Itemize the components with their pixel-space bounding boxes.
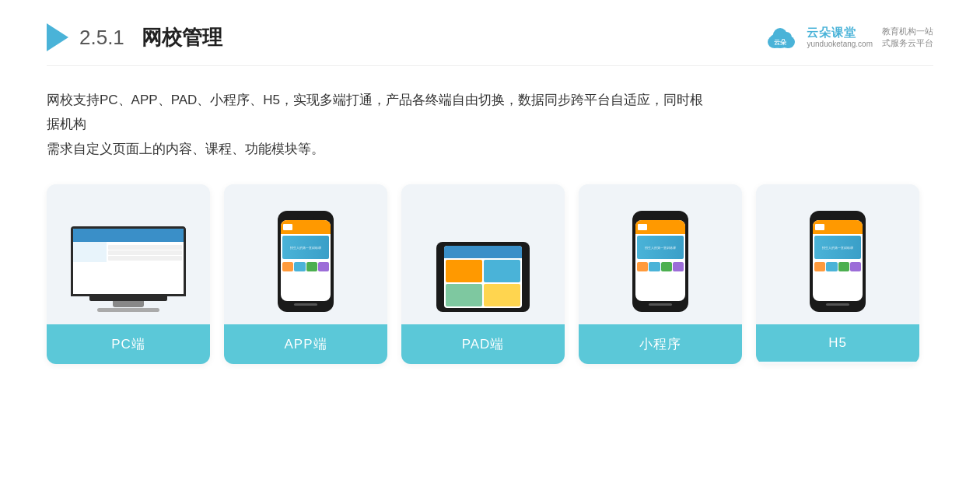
h5-logo [815,224,824,230]
pc-main [107,242,184,262]
app-device-mock: 招生人的第一堂训练课 [278,211,334,312]
brand-logo: 云朵 云朵课堂 yunduoketang.com 教育机构一站 式服务云平台 [765,23,933,51]
miniprogram-icon-1 [637,262,648,271]
pc-rows [108,245,182,261]
h5-banner-text: 招生人的第一堂训练课 [822,246,853,250]
logo-triangle-icon [47,23,68,51]
pad-screen [444,246,522,308]
phone-topbar [281,220,331,234]
h5-icons-row [813,261,863,273]
miniprogram-icon-3 [661,262,672,271]
h5-banner: 招生人的第一堂训练课 [814,236,861,259]
miniprogram-banner-text: 招生人的第一堂训练课 [645,246,676,250]
h5-phone-notch [829,215,846,219]
phone-icon-3 [306,262,317,271]
miniprogram-banner: 招生人的第一堂训练课 [637,236,684,259]
h5-topbar [813,220,863,234]
phone-body: 招生人的第一堂训练课 [278,211,334,312]
phone-logo [283,224,292,230]
pad-cell-1 [446,260,482,282]
pad-screen-inner [444,246,522,308]
h5-icon-1 [814,262,825,271]
brand-url: yunduoketang.com [807,40,873,49]
h5-phone-screen: 招生人的第一堂训练课 [813,220,863,301]
miniprogram-icon-2 [649,262,660,271]
pad-device-mock [436,242,530,312]
page-header: 2.5.1 网校管理 云朵 云朵课堂 yunduoketang.com 教育机构… [47,23,933,66]
pad-body [436,242,530,312]
miniprogram-phone-body: 招生人的第一堂训练课 [632,211,688,312]
pc-device-mock [71,226,186,312]
pad-content-grid [444,258,522,308]
device-cards-section: PC端 招生人的第一堂训练课 [47,184,933,364]
miniprogram-phone-screen: 招生人的第一堂训练课 [635,220,685,301]
miniprogram-device-mock: 招生人的第一堂训练课 [632,211,688,312]
phone-screen: 招生人的第一堂训练课 [281,220,331,301]
brand-slogan: 教育机构一站 式服务云平台 [882,26,933,50]
h5-image-area: 招生人的第一堂训练课 [756,184,919,324]
brand-name: 云朵课堂 [807,26,856,40]
pad-image-area [401,184,565,324]
pc-screen [71,226,186,296]
desc-line1: 网校支持PC、APP、PAD、小程序、H5，实现多端打通，产品各终端自由切换，数… [47,88,716,137]
pc-row [108,256,182,261]
miniprogram-image-area: 招生人的第一堂训练课 [579,184,742,324]
pad-cell-3 [446,284,482,306]
pc-sidebar [73,242,107,262]
pad-cell-4 [484,284,520,306]
page-title: 2.5.1 网校管理 [79,24,222,51]
phone-icon-1 [282,262,293,271]
h5-phone-body: 招生人的第一堂训练课 [810,211,866,312]
miniprogram-label: 小程序 [579,324,742,364]
desc-line2: 需求自定义页面上的内容、课程、功能模块等。 [47,137,716,161]
svg-text:云朵: 云朵 [774,39,787,46]
pc-topbar [73,229,184,242]
app-image-area: 招生人的第一堂训练课 [224,184,387,324]
app-card: 招生人的第一堂训练课 [224,184,387,364]
h5-card: 招生人的第一堂训练课 [756,184,919,364]
phone-banner: 招生人的第一堂训练课 [282,236,329,259]
phone-icons-row [281,261,331,273]
section-title: 网校管理 [142,26,222,49]
pc-content [73,242,184,262]
pc-label: PC端 [47,324,210,364]
header-left: 2.5.1 网校管理 [47,23,222,51]
phone-banner-text: 招生人的第一堂训练课 [290,246,321,250]
h5-icon-3 [838,262,849,271]
h5-icon-2 [826,262,837,271]
phone-icon-4 [318,262,329,271]
description-block: 网校支持PC、APP、PAD、小程序、H5，实现多端打通，产品各终端自由切换，数… [47,88,716,161]
miniprogram-home-bar [649,303,672,306]
pc-card: PC端 [47,184,210,364]
pc-foot [97,308,159,312]
miniprogram-phone-notch [652,215,669,219]
section-number: 2.5.1 [79,26,124,49]
phone-home-bar [294,303,317,306]
phone-notch [297,215,314,219]
app-label: APP端 [224,324,387,364]
h5-icon-4 [850,262,861,271]
h5-screen-content: 招生人的第一堂训练课 [813,220,863,301]
miniprogram-logo [638,224,647,230]
pad-card: PAD端 [401,184,565,364]
phone-icon-2 [294,262,305,271]
pc-row [108,245,182,250]
miniprogram-icon-4 [673,262,684,271]
pad-cell-2 [484,260,520,282]
cloud-icon: 云朵 [765,23,802,51]
miniprogram-topbar [635,220,685,234]
brand-text: 云朵课堂 yunduoketang.com [807,26,873,49]
miniprogram-icons-row [635,261,685,273]
pad-topbar [444,246,522,258]
pc-stand [113,301,144,307]
miniprogram-card: 招生人的第一堂训练课 [579,184,742,364]
miniprogram-screen-content: 招生人的第一堂训练课 [635,220,685,301]
h5-label: H5 [756,324,919,362]
h5-device-mock: 招生人的第一堂训练课 [810,211,866,312]
h5-home-bar [826,303,849,306]
pad-label: PAD端 [401,324,565,364]
phone-screen-content: 招生人的第一堂训练课 [281,220,331,301]
pc-image-area [47,184,210,324]
page-container: 2.5.1 网校管理 云朵 云朵课堂 yunduoketang.com 教育机构… [0,0,980,490]
pc-row [108,250,182,255]
